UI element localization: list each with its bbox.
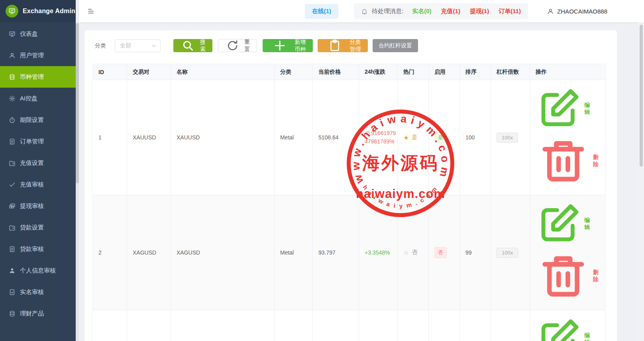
cell-id: 47 bbox=[93, 310, 127, 341]
sidebar-item-loan-review[interactable]: 贷款审核 bbox=[0, 238, 76, 260]
refresh-icon bbox=[224, 39, 241, 52]
sidebar-menu: 仪表盘 用户管理 币种管理 AI控盘 期限设置 订单管理 充值设置 充值审核 bbox=[0, 23, 76, 324]
cell-sort: 99 bbox=[460, 195, 491, 310]
cell-change: +0.03519688256183753% bbox=[359, 310, 398, 341]
edit-button[interactable]: 编辑 bbox=[536, 85, 593, 132]
add-currency-button[interactable]: 新增币种 bbox=[263, 39, 313, 52]
check-icon bbox=[9, 181, 16, 188]
cell-actions: 编辑删除 bbox=[530, 195, 606, 310]
online-badge[interactable]: 在线(1) bbox=[305, 4, 338, 19]
hot-toggle[interactable]: ☆否 bbox=[403, 249, 417, 257]
leverage-badge[interactable]: 100x bbox=[497, 248, 518, 258]
edit-button-label: 编辑 bbox=[584, 332, 593, 341]
hot-toggle[interactable]: ★是 bbox=[403, 134, 417, 141]
cell-category: Metal bbox=[275, 195, 313, 310]
menu-fold-icon[interactable] bbox=[87, 8, 95, 14]
edit-button[interactable]: 编辑 bbox=[536, 200, 593, 247]
sidebar-item-users[interactable]: 用户管理 bbox=[0, 45, 76, 66]
sidebar-item-realname-review[interactable]: 实名审核 bbox=[0, 281, 76, 303]
recharge-count-link[interactable]: 充值(1) bbox=[441, 8, 460, 15]
contract-leverage-label: 合约杠杆设置 bbox=[379, 42, 412, 49]
sidebar-item-label: 贷款设置 bbox=[20, 224, 44, 231]
delete-button[interactable]: 删除 bbox=[536, 248, 602, 304]
sidebar-item-ai[interactable]: AI控盘 bbox=[0, 88, 76, 109]
username: ZHAOCAIMAO888 bbox=[557, 8, 607, 15]
bell-icon bbox=[361, 8, 368, 15]
realname-count-link[interactable]: 实名(0) bbox=[412, 8, 431, 15]
sidebar-item-orders[interactable]: 订单管理 bbox=[0, 131, 76, 152]
dashboard-icon bbox=[9, 31, 16, 37]
delete-button[interactable]: 删除 bbox=[536, 133, 602, 188]
sidebar-item-financial-products[interactable]: 理财产品 bbox=[0, 303, 76, 324]
sidebar-item-dashboard[interactable]: 仪表盘 bbox=[0, 23, 76, 45]
sidebar-item-withdraw-review[interactable]: 提现审核 bbox=[0, 195, 76, 217]
sidebar-item-recharge-settings[interactable]: 充值设置 bbox=[0, 152, 76, 174]
user-icon bbox=[9, 52, 16, 59]
col-leverage: 杠杆倍数 bbox=[491, 64, 530, 80]
col-name: 名称 bbox=[171, 64, 275, 80]
app-logo bbox=[6, 5, 18, 18]
banknote-icon bbox=[9, 203, 16, 210]
edit-button-label: 编辑 bbox=[584, 102, 593, 116]
topbar-right: 在线(1) 待处理消息: 实名(0) 充值(1) 提现(1) 订单(11) ZH… bbox=[305, 3, 607, 19]
add-currency-label: 新增币种 bbox=[294, 39, 307, 53]
cell-actions: 编辑删除 bbox=[530, 310, 606, 341]
sidebar-item-label: AI控盘 bbox=[20, 95, 37, 102]
cell-change: +3.3548% bbox=[359, 195, 398, 310]
user-menu[interactable]: ZHAOCAIMAO888 bbox=[547, 8, 607, 15]
category-select[interactable]: 全部 bbox=[115, 39, 161, 52]
search-icon bbox=[179, 39, 196, 52]
sidebar-item-loan-settings[interactable]: 贷款设置 bbox=[0, 217, 76, 238]
category-manage-button[interactable]: 分类管理 bbox=[318, 39, 368, 52]
cell-sort: 100 bbox=[460, 80, 491, 195]
sidebar-item-label: 期限设置 bbox=[20, 116, 44, 124]
document-icon bbox=[9, 246, 16, 253]
col-id: ID bbox=[93, 64, 127, 80]
page-scrollbar-track[interactable] bbox=[638, 22, 644, 341]
cell-enabled: 是 bbox=[429, 310, 460, 341]
col-hot: 热门 bbox=[398, 64, 429, 80]
cell-pair: USDJPY bbox=[127, 310, 171, 341]
currency-table-wrap: ID 交易对 名称 分类 当前价格 24h涨跌 热门 启用 排序 杠杆倍数 操作… bbox=[92, 64, 617, 341]
cell-name: XAGUSD bbox=[171, 195, 275, 310]
order-count-link[interactable]: 订单(11) bbox=[499, 8, 521, 15]
toolbar: 分类 全部 搜索 重置 新增币种 分类管理 bbox=[95, 39, 617, 52]
reset-button-label: 重置 bbox=[243, 39, 251, 53]
col-change: 24h涨跌 bbox=[359, 64, 398, 80]
sidebar-item-period[interactable]: 期限设置 bbox=[0, 109, 76, 131]
document-icon bbox=[9, 138, 16, 145]
search-button-label: 搜索 bbox=[199, 39, 206, 53]
leverage-badge[interactable]: 100x bbox=[497, 133, 518, 143]
withdraw-count-link[interactable]: 提现(1) bbox=[470, 8, 489, 15]
search-button[interactable]: 搜索 bbox=[173, 39, 212, 52]
timer-icon bbox=[9, 117, 16, 123]
cell-pair: XAGUSD bbox=[127, 195, 171, 310]
col-pair: 交易对 bbox=[127, 64, 171, 80]
person-icon bbox=[9, 267, 16, 274]
cell-sort: 38 bbox=[460, 310, 491, 341]
reset-button[interactable]: 重置 bbox=[218, 39, 257, 52]
gear-icon bbox=[9, 95, 16, 102]
sidebar-item-label: 用户管理 bbox=[20, 52, 44, 59]
contract-leverage-button[interactable]: 合约杠杆设置 bbox=[373, 39, 418, 52]
edit-button[interactable]: 编辑 bbox=[536, 316, 593, 341]
cell-id: 1 bbox=[93, 80, 127, 195]
category-manage-label: 分类管理 bbox=[349, 39, 362, 53]
enabled-badge[interactable]: 是 bbox=[434, 132, 447, 143]
sidebar-item-coins[interactable]: 币种管理 bbox=[0, 66, 76, 88]
sidebar-scrollbar-track[interactable] bbox=[76, 22, 79, 341]
sidebar-item-label: 提现审核 bbox=[20, 202, 44, 210]
cell-category: Metal bbox=[275, 80, 313, 195]
sidebar-item-profile-review[interactable]: 个人信息审核 bbox=[0, 260, 76, 281]
sidebar-item-recharge-review[interactable]: 充值审核 bbox=[0, 174, 76, 195]
cell-leverage: 100x bbox=[491, 80, 530, 195]
cell-price: 159.161 bbox=[313, 310, 359, 341]
table-row: 1XAUUSDXAUUSDMetal5108.64-0.916619794798… bbox=[93, 80, 606, 195]
table-row: 2XAGUSDXAGUSDMetal93.797+3.3548%☆否否99100… bbox=[93, 195, 606, 310]
id-check-icon bbox=[9, 289, 16, 296]
enabled-badge[interactable]: 否 bbox=[434, 247, 447, 258]
cell-name: USDJPY bbox=[171, 310, 275, 341]
col-category: 分类 bbox=[275, 64, 313, 80]
sidebar-scrollbar-thumb[interactable] bbox=[76, 23, 79, 183]
page-scrollbar-thumb[interactable] bbox=[640, 25, 643, 167]
